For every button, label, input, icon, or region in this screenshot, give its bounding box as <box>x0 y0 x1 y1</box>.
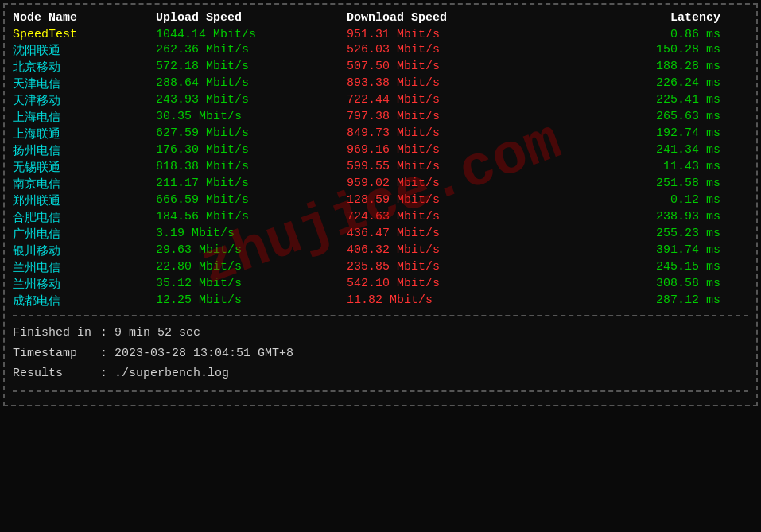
latency: 265.63 ms <box>553 110 728 125</box>
upload-speed: 572.18 Mbit/s <box>156 60 347 75</box>
table-row: 合肥电信184.56 Mbit/s724.63 Mbit/s238.93 ms <box>13 210 748 225</box>
node-name: 上海联通 <box>13 126 156 142</box>
finished-value: : 9 min 52 sec <box>100 323 200 344</box>
node-name: 广州电信 <box>13 227 156 242</box>
latency: 391.74 ms <box>553 243 728 258</box>
upload-speed: 3.19 Mbit/s <box>156 227 347 242</box>
table-row: SpeedTest1044.14 Mbit/s951.31 Mbit/s0.86… <box>13 28 748 41</box>
upload-speed: 176.30 Mbit/s <box>156 143 347 158</box>
col-download: Download Speed <box>347 11 553 25</box>
table-row: 兰州电信22.80 Mbit/s235.85 Mbit/s245.15 ms <box>13 260 748 275</box>
download-speed: 599.55 Mbit/s <box>347 160 553 175</box>
table-header: Node Name Upload Speed Download Speed La… <box>13 11 748 25</box>
timestamp-value: : 2023-03-28 13:04:51 GMT+8 <box>100 344 293 364</box>
table-row: 上海联通627.59 Mbit/s849.73 Mbit/s192.74 ms <box>13 126 748 142</box>
top-divider <box>13 315 748 316</box>
table-row: 扬州电信176.30 Mbit/s969.16 Mbit/s241.34 ms <box>13 143 748 158</box>
node-name: 天津电信 <box>13 76 156 91</box>
table-row: 兰州移动35.12 Mbit/s542.10 Mbit/s308.58 ms <box>13 277 748 292</box>
table-row: 北京移动572.18 Mbit/s507.50 Mbit/s188.28 ms <box>13 60 748 75</box>
download-speed: 959.02 Mbit/s <box>347 177 553 192</box>
speed-table: Node Name Upload Speed Download Speed La… <box>13 11 748 309</box>
node-name: 北京移动 <box>13 60 156 75</box>
results-value: : ./superbench.log <box>100 363 229 384</box>
table-body: SpeedTest1044.14 Mbit/s951.31 Mbit/s0.86… <box>13 28 748 309</box>
upload-speed: 262.36 Mbit/s <box>156 43 347 58</box>
node-name: 扬州电信 <box>13 143 156 158</box>
upload-speed: 35.12 Mbit/s <box>156 277 347 292</box>
download-speed: 406.32 Mbit/s <box>347 243 553 258</box>
latency: 11.43 ms <box>553 160 728 175</box>
download-speed: 951.31 Mbit/s <box>347 28 553 41</box>
table-row: 上海电信30.35 Mbit/s797.38 Mbit/s265.63 ms <box>13 110 748 125</box>
col-node-name: Node Name <box>13 11 156 25</box>
latency: 245.15 ms <box>553 260 728 275</box>
latency: 308.58 ms <box>553 277 728 292</box>
download-speed: 542.10 Mbit/s <box>347 277 553 292</box>
table-row: 南京电信211.17 Mbit/s959.02 Mbit/s251.58 ms <box>13 177 748 192</box>
download-speed: 11.82 Mbit/s <box>347 293 553 309</box>
footer-results: Results : ./superbench.log <box>13 363 748 384</box>
download-speed: 849.73 Mbit/s <box>347 126 553 142</box>
download-speed: 235.85 Mbit/s <box>347 260 553 275</box>
upload-speed: 184.56 Mbit/s <box>156 210 347 225</box>
upload-speed: 22.80 Mbit/s <box>156 260 347 275</box>
node-name: 南京电信 <box>13 177 156 192</box>
latency: 238.93 ms <box>553 210 728 225</box>
upload-speed: 666.59 Mbit/s <box>156 193 347 208</box>
download-speed: 797.38 Mbit/s <box>347 110 553 125</box>
download-speed: 526.03 Mbit/s <box>347 43 553 58</box>
download-speed: 969.16 Mbit/s <box>347 143 553 158</box>
timestamp-label: Timestamp <box>13 344 100 364</box>
footer-finished: Finished in : 9 min 52 sec <box>13 323 748 344</box>
latency: 226.24 ms <box>553 76 728 91</box>
node-name: 兰州移动 <box>13 277 156 292</box>
node-name: 成都电信 <box>13 293 156 309</box>
download-speed: 724.63 Mbit/s <box>347 210 553 225</box>
node-name: SpeedTest <box>13 28 156 41</box>
col-latency: Latency <box>553 11 728 25</box>
latency: 287.12 ms <box>553 293 728 309</box>
latency: 150.28 ms <box>553 43 728 58</box>
table-row: 广州电信3.19 Mbit/s436.47 Mbit/s255.23 ms <box>13 227 748 242</box>
node-name: 兰州电信 <box>13 260 156 275</box>
main-container: Node Name Upload Speed Download Speed La… <box>3 3 758 406</box>
footer-timestamp: Timestamp : 2023-03-28 13:04:51 GMT+8 <box>13 344 748 364</box>
upload-speed: 288.64 Mbit/s <box>156 76 347 91</box>
col-upload: Upload Speed <box>156 11 347 25</box>
node-name: 合肥电信 <box>13 210 156 225</box>
latency: 251.58 ms <box>553 177 728 192</box>
latency: 241.34 ms <box>553 143 728 158</box>
finished-label: Finished in <box>13 323 100 344</box>
footer: Finished in : 9 min 52 sec Timestamp : 2… <box>13 323 748 384</box>
upload-speed: 29.63 Mbit/s <box>156 243 347 258</box>
upload-speed: 818.38 Mbit/s <box>156 160 347 175</box>
results-label: Results <box>13 363 100 384</box>
upload-speed: 12.25 Mbit/s <box>156 293 347 309</box>
latency: 0.86 ms <box>553 28 728 41</box>
table-row: 沈阳联通262.36 Mbit/s526.03 Mbit/s150.28 ms <box>13 43 748 58</box>
latency: 255.23 ms <box>553 227 728 242</box>
upload-speed: 1044.14 Mbit/s <box>156 28 347 41</box>
latency: 0.12 ms <box>553 193 728 208</box>
download-speed: 128.59 Mbit/s <box>347 193 553 208</box>
upload-speed: 30.35 Mbit/s <box>156 110 347 125</box>
table-row: 无锡联通818.38 Mbit/s599.55 Mbit/s11.43 ms <box>13 160 748 175</box>
table-row: 天津电信288.64 Mbit/s893.38 Mbit/s226.24 ms <box>13 76 748 91</box>
node-name: 天津移动 <box>13 93 156 108</box>
latency: 225.41 ms <box>553 93 728 108</box>
upload-speed: 243.93 Mbit/s <box>156 93 347 108</box>
node-name: 无锡联通 <box>13 160 156 175</box>
latency: 192.74 ms <box>553 126 728 142</box>
node-name: 上海电信 <box>13 110 156 125</box>
table-row: 郑州联通666.59 Mbit/s128.59 Mbit/s0.12 ms <box>13 193 748 208</box>
node-name: 郑州联通 <box>13 193 156 208</box>
table-row: 银川移动29.63 Mbit/s406.32 Mbit/s391.74 ms <box>13 243 748 258</box>
node-name: 沈阳联通 <box>13 43 156 58</box>
download-speed: 722.44 Mbit/s <box>347 93 553 108</box>
table-row: 天津移动243.93 Mbit/s722.44 Mbit/s225.41 ms <box>13 93 748 108</box>
table-row: 成都电信12.25 Mbit/s11.82 Mbit/s287.12 ms <box>13 293 748 309</box>
upload-speed: 627.59 Mbit/s <box>156 126 347 142</box>
bottom-divider <box>13 390 748 392</box>
upload-speed: 211.17 Mbit/s <box>156 177 347 192</box>
